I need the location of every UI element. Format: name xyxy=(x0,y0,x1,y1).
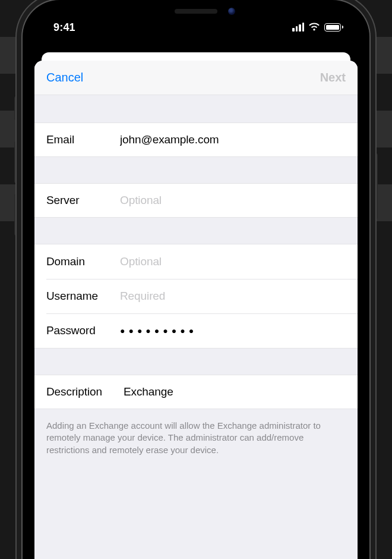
description-row[interactable]: Description xyxy=(34,375,358,409)
next-button[interactable]: Next xyxy=(320,71,346,84)
password-row[interactable]: Password ●●●●●●●●● xyxy=(34,313,358,348)
navigation-bar: Cancel Next xyxy=(34,61,358,95)
section-spacer xyxy=(34,157,358,183)
phone-screen: 9:41 Cancel Next xyxy=(34,11,358,559)
email-field[interactable] xyxy=(120,133,346,146)
speaker-grille xyxy=(175,9,217,14)
mute-switch xyxy=(14,96,18,120)
password-field[interactable]: ●●●●●●●●● xyxy=(120,326,197,335)
email-row[interactable]: Email xyxy=(34,123,358,157)
description-field[interactable] xyxy=(124,385,346,398)
password-label: Password xyxy=(46,324,120,337)
status-icons xyxy=(292,23,343,32)
username-field[interactable] xyxy=(120,290,346,303)
exchange-setup-sheet: Cancel Next Email Server Domain xyxy=(34,61,358,559)
cellular-icon xyxy=(292,23,304,32)
notch xyxy=(119,0,273,25)
server-field[interactable] xyxy=(120,194,346,207)
wifi-icon xyxy=(308,23,320,32)
phone-frame: 9:41 Cancel Next xyxy=(23,0,369,559)
domain-row[interactable]: Domain xyxy=(34,244,358,279)
email-label: Email xyxy=(46,133,120,146)
volume-up-button xyxy=(14,142,18,183)
section-spacer xyxy=(34,348,358,375)
domain-field[interactable] xyxy=(120,255,346,268)
domain-label: Domain xyxy=(46,255,120,268)
server-label: Server xyxy=(46,194,120,207)
front-camera xyxy=(228,8,235,15)
description-label: Description xyxy=(46,385,124,398)
status-time: 9:41 xyxy=(53,21,75,34)
battery-icon xyxy=(324,23,343,32)
volume-down-button xyxy=(14,194,18,235)
footer-disclaimer: Adding an Exchange account will allow th… xyxy=(34,409,358,467)
power-button xyxy=(374,153,378,219)
username-row[interactable]: Username xyxy=(34,279,358,313)
server-row[interactable]: Server xyxy=(34,183,358,218)
section-spacer xyxy=(34,95,358,123)
username-label: Username xyxy=(46,290,120,303)
section-spacer xyxy=(34,218,358,244)
cancel-button[interactable]: Cancel xyxy=(46,71,83,84)
